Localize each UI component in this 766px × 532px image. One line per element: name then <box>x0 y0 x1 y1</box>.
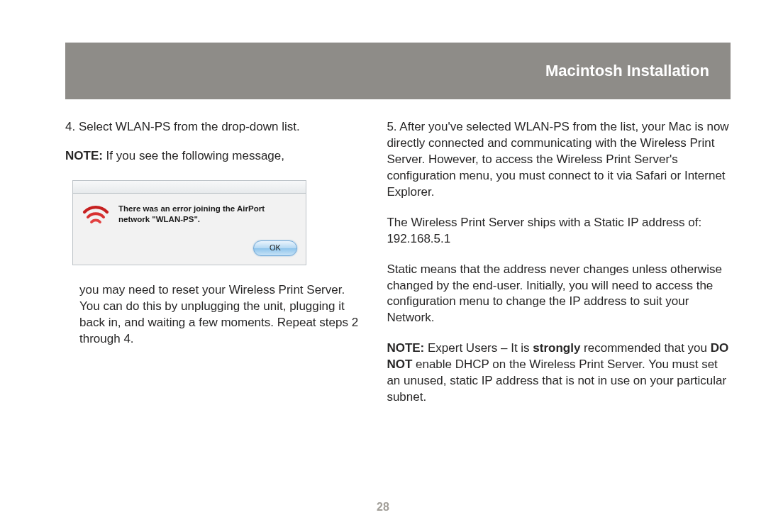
ok-button[interactable]: OK <box>253 240 297 256</box>
note2-part1: Expert Users – It is <box>424 341 533 355</box>
note2-part3: enable DHCP on the Wireless Print Server… <box>387 358 726 404</box>
note-intro-rest: If you see the following message, <box>103 149 284 162</box>
dialog-footer: OK <box>82 240 297 256</box>
note2-part2: recommended that you <box>580 341 710 355</box>
dialog-titlebar <box>73 181 306 194</box>
note-label: NOTE: <box>65 149 103 162</box>
wifi-error-icon <box>82 204 110 228</box>
after-dialog-text: you may need to reset your Wireless Prin… <box>65 282 364 348</box>
note2-strongly: strongly <box>533 341 580 355</box>
note2-text: NOTE: Expert Users – It is strongly reco… <box>387 340 731 406</box>
note2-label: NOTE: <box>387 341 424 355</box>
step-5-text: 5. After you've selected WLAN-PS from th… <box>387 119 731 201</box>
error-dialog: There was an error joining the AirPort n… <box>72 180 306 265</box>
dialog-message: There was an error joining the AirPort n… <box>118 204 265 226</box>
dialog-main: There was an error joining the AirPort n… <box>82 204 297 228</box>
document-page: Macintosh Installation 4. Select WLAN-PS… <box>0 0 766 532</box>
content-area: 4. Select WLAN-PS from the drop-down lis… <box>65 119 731 489</box>
left-column: 4. Select WLAN-PS from the drop-down lis… <box>65 119 364 489</box>
dialog-message-line2: network "WLAN-PS". <box>118 215 200 223</box>
page-title: Macintosh Installation <box>545 62 709 80</box>
dialog-message-line1: There was an error joining the AirPort <box>118 204 265 213</box>
note-intro: NOTE: If you see the following message, <box>65 148 364 165</box>
step-4-text: 4. Select WLAN-PS from the drop-down lis… <box>65 119 364 135</box>
dialog-body: There was an error joining the AirPort n… <box>73 194 306 265</box>
static-ip-text: The Wireless Print Server ships with a S… <box>387 215 731 248</box>
right-column: 5. After you've selected WLAN-PS from th… <box>387 119 731 489</box>
header-band: Macintosh Installation <box>65 43 731 99</box>
page-number: 28 <box>0 501 766 514</box>
static-explain-text: Static means that the address never chan… <box>387 262 731 327</box>
